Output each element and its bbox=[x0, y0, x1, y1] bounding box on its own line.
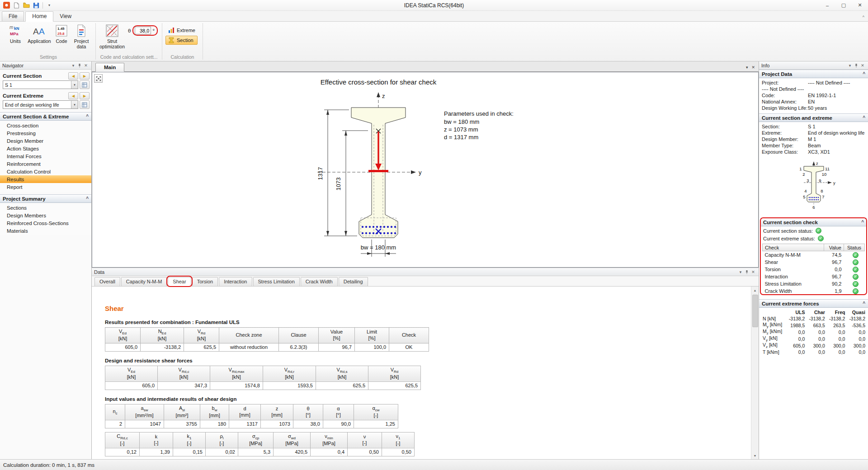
data-tab-capacity-n-m-m[interactable]: Capacity N-M-M bbox=[121, 277, 167, 286]
zoom-fit-button[interactable] bbox=[94, 74, 103, 83]
next-section-button[interactable]: ▶ bbox=[80, 72, 90, 80]
extreme-manager-button[interactable] bbox=[80, 100, 90, 109]
dropdown-caret-icon[interactable]: ▾ bbox=[71, 101, 78, 108]
minimize-button[interactable]: – bbox=[819, 0, 835, 10]
section-manager-button[interactable] bbox=[80, 80, 90, 89]
close-button[interactable]: ✕ bbox=[852, 0, 868, 10]
current-extreme-forces-header[interactable]: Current extreme forces ^ bbox=[759, 299, 868, 308]
current-section-extreme-header[interactable]: Current section and extreme ^ bbox=[759, 113, 868, 122]
results-table: VEd[kN]NEd[kN]VRd[kN]Check zoneClauseVal… bbox=[105, 327, 429, 352]
rebar-dot bbox=[383, 226, 385, 228]
close-tab-icon[interactable]: ✕ bbox=[751, 65, 755, 70]
theta-angle-input[interactable] bbox=[135, 27, 151, 34]
data-tab-detailing[interactable]: Detailing bbox=[339, 277, 368, 286]
column-header: VEd[kN] bbox=[105, 328, 141, 343]
new-file-icon[interactable] bbox=[12, 1, 21, 9]
panel-menu-icon[interactable]: ▾ bbox=[737, 270, 744, 274]
ribbon-collapse-icon[interactable]: ^ bbox=[863, 15, 864, 21]
previous-section-button[interactable]: ◀ bbox=[68, 72, 78, 80]
navigator-item-reinforced-cross-sections[interactable]: Reinforced Cross-Sections bbox=[0, 219, 91, 227]
forces-row: N [kN]-3138,2-3138,2-3138,2-3138,2 bbox=[762, 315, 866, 322]
data-tab-torsion[interactable]: Torsion bbox=[192, 277, 218, 286]
save-icon[interactable] bbox=[32, 1, 41, 9]
data-tab-crack-width[interactable]: Crack Width bbox=[301, 277, 338, 286]
table-cell: without reduction bbox=[219, 343, 279, 351]
project-data-button[interactable]: Project data bbox=[71, 23, 92, 51]
navigator-item-prestressing[interactable]: Prestressing bbox=[0, 129, 91, 137]
panel-menu-icon[interactable]: ▾ bbox=[70, 63, 76, 68]
navigator-section-header-current-section-extreme[interactable]: Current Section & Extreme^ bbox=[0, 112, 91, 121]
collapse-icon[interactable]: ^ bbox=[863, 71, 865, 76]
ribbon-tab-home[interactable]: Home bbox=[25, 11, 53, 22]
dropdown-caret-icon[interactable]: ▾ bbox=[71, 81, 78, 89]
collapse-icon[interactable]: ^ bbox=[863, 301, 865, 306]
pin-icon[interactable] bbox=[76, 63, 83, 68]
navigator-item-report[interactable]: Report bbox=[0, 183, 91, 191]
forces-row-label: N [kN] bbox=[762, 315, 786, 322]
scroll-up-icon[interactable]: ▲ bbox=[751, 287, 759, 294]
current-extreme-select[interactable]: End of design working life ▾ bbox=[3, 100, 78, 109]
open-file-icon[interactable] bbox=[22, 1, 31, 9]
rebar-dot bbox=[391, 226, 392, 228]
ribbon-tab-view[interactable]: View bbox=[53, 12, 78, 21]
scroll-down-icon[interactable]: ▼ bbox=[751, 452, 759, 459]
info-label: Design Working Life: bbox=[762, 105, 808, 111]
extreme-button[interactable]: Extreme bbox=[165, 26, 199, 35]
quick-access-dropdown-icon[interactable]: ▾ bbox=[45, 1, 54, 9]
tab-list-icon[interactable]: ▾ bbox=[746, 65, 748, 70]
data-tab-interaction[interactable]: Interaction bbox=[219, 277, 252, 286]
close-panel-icon[interactable]: ✕ bbox=[859, 63, 866, 68]
ribbon-tab-file[interactable]: File bbox=[2, 11, 24, 21]
current-section-select[interactable]: S 1 ▾ bbox=[3, 80, 78, 89]
navigator-item-internal-forces[interactable]: Internal Forces bbox=[0, 152, 91, 160]
navigator-item-materials[interactable]: Materials bbox=[0, 227, 91, 235]
next-extreme-button[interactable]: ▶ bbox=[80, 92, 90, 99]
close-panel-icon[interactable]: ✕ bbox=[83, 63, 89, 68]
collapse-icon[interactable]: ^ bbox=[86, 114, 89, 119]
application-button[interactable]: AA Application bbox=[26, 23, 52, 45]
data-tab-shear[interactable]: Shear bbox=[168, 277, 191, 287]
check-parameters-text: Parameters used in check: bw = 180 mm z … bbox=[444, 110, 514, 141]
data-tab-stress-limitation[interactable]: Stress Limitation bbox=[253, 277, 300, 286]
dim-bw-label: bw = 180 mm bbox=[361, 244, 396, 251]
navigator-item-design-member[interactable]: Design Member bbox=[0, 137, 91, 145]
current-section-check-header[interactable]: Current section check ^ bbox=[760, 218, 867, 226]
section-button[interactable]: Section bbox=[165, 36, 198, 45]
main-tab-bar: Main ▾ ✕ bbox=[92, 61, 759, 72]
navigator-section-header-project-summary[interactable]: Project Summary^ bbox=[0, 194, 91, 203]
close-panel-icon[interactable]: ✕ bbox=[750, 270, 756, 274]
table-cell: 1047 bbox=[125, 420, 164, 428]
collapse-icon[interactable]: ^ bbox=[863, 115, 865, 120]
navigator-item-cross-section[interactable]: Cross-section bbox=[0, 122, 91, 129]
check-cell: ✓ bbox=[844, 280, 865, 287]
maximize-button[interactable]: ▢ bbox=[835, 0, 852, 10]
column-header: NEd[kN] bbox=[141, 328, 184, 343]
collapse-icon[interactable]: ^ bbox=[861, 220, 864, 225]
code-button[interactable]: 1.4525.8 Code bbox=[52, 23, 71, 45]
panel-menu-icon[interactable]: ▾ bbox=[847, 63, 853, 68]
pin-icon[interactable] bbox=[744, 270, 750, 274]
pin-icon[interactable] bbox=[853, 63, 859, 68]
navigator-item-action-stages[interactable]: Action Stages bbox=[0, 145, 91, 152]
shear-check-table-container: VEd[kN]NEd[kN]VRd[kN]Check zoneClauseVal… bbox=[105, 327, 748, 352]
navigator-item-results[interactable]: Results bbox=[0, 175, 91, 183]
previous-extreme-button[interactable]: ◀ bbox=[68, 92, 78, 99]
drawing-canvas[interactable]: Effective cross-section for shear check … bbox=[92, 72, 759, 268]
strut-optimization-button[interactable]: Strut optimization bbox=[99, 23, 125, 51]
navigator-item-design-members[interactable]: Design Members bbox=[0, 212, 91, 219]
column-header: VRd,max[kN] bbox=[210, 366, 263, 381]
scrollbar-thumb[interactable] bbox=[752, 295, 758, 327]
check-row: Capacity N-M-M74,5✓ bbox=[763, 251, 865, 259]
navigator-item-sections[interactable]: Sections bbox=[0, 204, 91, 212]
main-tab[interactable]: Main bbox=[95, 63, 124, 72]
vertical-scrollbar[interactable]: ▲ ▼ bbox=[751, 287, 759, 459]
navigator-item-reinforcement[interactable]: Reinforcement bbox=[0, 160, 91, 168]
data-tab-overall[interactable]: Overall bbox=[94, 277, 120, 286]
units-icon: mkNMPa bbox=[9, 24, 22, 38]
collapse-icon[interactable]: ^ bbox=[86, 196, 89, 201]
units-button[interactable]: mkNMPa Units bbox=[5, 23, 26, 45]
project-data-header[interactable]: Project Data ^ bbox=[759, 70, 868, 78]
current-extreme-value: End of design working life bbox=[5, 102, 59, 108]
navigator-item-calculation-control[interactable]: Calculation Control bbox=[0, 168, 91, 175]
results-heading: Shear bbox=[105, 305, 748, 312]
